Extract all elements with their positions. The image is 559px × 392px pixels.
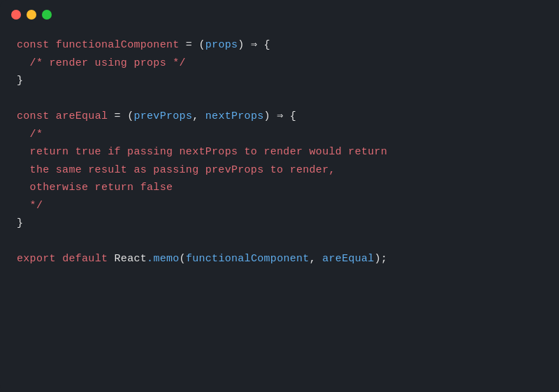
keyword-const-2: const [17,108,50,126]
punct-paren-open: ( [198,36,205,55]
fn-name-functional: functionalComponent [56,36,180,55]
code-line-3: } [17,72,542,90]
space-4 [108,250,114,268]
param-nextprops: nextProps [205,108,264,126]
arg-functional-component: functionalComponent [186,250,310,268]
blank-line-1 [17,90,542,108]
maximize-button[interactable] [42,10,52,20]
code-editor-window: const functionalComponent = ( props ) ⇒ … [0,0,559,392]
code-line-4: const areEqual = ( prevProps , nextProps… [17,108,542,126]
punct-close-paren-memo: ); [375,250,388,268]
closing-brace-1: } [17,72,23,90]
dot-memo: .memo [147,250,180,268]
comment-line-2: the same result as passing prevProps to … [17,161,335,180]
keyword-export: export [17,250,56,268]
punct-comma-memo: , [310,250,323,268]
comment-render: /* render using props */ [17,55,186,73]
punct-paren-close-2: ) [264,108,270,126]
punct-paren-open-2: ( [127,108,133,126]
blank-line-2 [17,233,542,251]
code-line-10: } [17,215,542,233]
keyword-default: default [62,250,108,268]
react-object: React [115,250,147,268]
space-2 [50,108,56,126]
arrow-1: ⇒ { [245,36,270,55]
comment-open: /* [17,126,43,144]
code-line-1: const functionalComponent = ( props ) ⇒ … [17,36,542,55]
closing-brace-2: } [17,215,23,233]
arrow-2: ⇒ { [270,108,296,126]
title-bar [0,0,559,29]
comment-close: */ [17,197,43,215]
punct-eq-2: = [108,108,127,126]
punct-eq: = [180,36,199,55]
keyword-const: const [17,36,50,55]
punct-comma: , [192,108,205,126]
code-line-9: */ [17,197,542,215]
code-line-8: otherwise return false [17,179,542,197]
code-line-6: return true if passing nextProps to rend… [17,143,542,161]
param-props: props [205,36,238,55]
code-line-7: the same result as passing prevProps to … [17,161,542,180]
minimize-button[interactable] [27,10,36,20]
code-content: const functionalComponent = ( props ) ⇒ … [0,29,559,285]
fn-name-areequal: areEqual [56,108,108,126]
space [50,36,56,55]
arg-areequal: areEqual [322,250,374,268]
code-line-11: export default React .memo ( functionalC… [17,250,542,268]
comment-line-1: return true if passing nextProps to rend… [17,143,387,161]
comment-line-3: otherwise return false [17,179,173,197]
punct-paren-close: ) [238,36,244,55]
code-line-2: /* render using props */ [17,55,542,73]
close-button[interactable] [11,10,21,20]
code-line-5: /* [17,126,542,144]
punct-open-paren-memo: ( [180,250,186,268]
space-3 [56,250,62,268]
param-prevprops: prevProps [133,108,192,126]
